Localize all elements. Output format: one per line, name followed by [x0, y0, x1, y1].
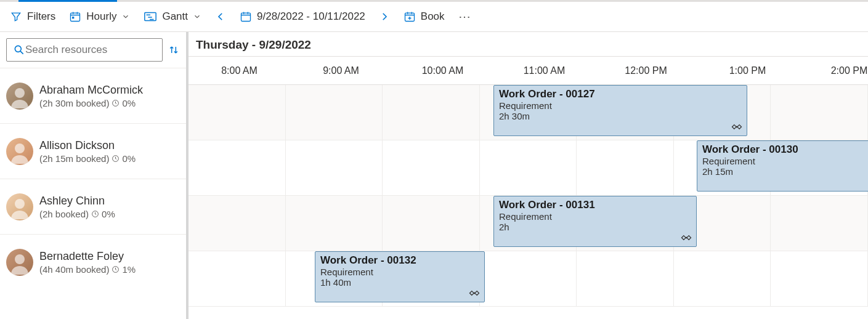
resource-row[interactable]: Ashley Chinn (2h booked) 0% — [0, 179, 186, 234]
toolbar: Filters Hourly Gantt 9/28/2022 - 10/11/2… — [0, 0, 868, 32]
svg-point-12 — [15, 254, 25, 264]
clock-icon — [91, 210, 99, 218]
avatar — [6, 83, 33, 110]
schedule-row[interactable]: Work Order - 00132 Requirement 1h 40m — [189, 251, 868, 307]
sort-icon — [168, 44, 180, 56]
calendar-icon — [240, 10, 252, 23]
resource-name: Ashley Chinn — [39, 195, 115, 208]
booking-sub: Requirement — [320, 267, 479, 277]
schedule-row[interactable]: Work Order - 00130 Requirement 2h 15m — [189, 140, 868, 196]
booking-title: Work Order - 00131 — [499, 199, 691, 211]
resource-name: Bernadette Foley — [39, 250, 136, 263]
svg-rect-1 — [72, 17, 74, 18]
chevron-left-icon — [215, 11, 226, 22]
svg-point-10 — [15, 199, 25, 209]
resource-name: Abraham McCormick — [39, 84, 143, 97]
search-icon — [13, 44, 25, 56]
resource-list: Abraham McCormick (2h 30m booked) 0% All… — [0, 68, 186, 289]
date-range-button[interactable]: 9/28/2022 - 10/11/2022 — [240, 10, 365, 23]
booking[interactable]: Work Order - 00127 Requirement 2h 30m — [493, 85, 747, 136]
booking-sub: Requirement — [499, 211, 691, 222]
book-button[interactable]: Book — [404, 10, 445, 23]
clock-icon — [112, 265, 120, 273]
avatar — [6, 138, 33, 165]
gantt-dropdown[interactable]: Gantt — [144, 10, 201, 23]
time-header: 8:00 AM9:00 AM10:00 AM11:00 AM12:00 PM1:… — [189, 57, 868, 85]
avatar — [6, 249, 33, 276]
chevron-right-icon — [379, 11, 390, 22]
schedule-row[interactable]: Work Order - 00131 Requirement 2h — [189, 196, 868, 251]
clock-icon — [112, 99, 120, 107]
search-box[interactable] — [6, 38, 163, 62]
filters-label: Filters — [27, 10, 55, 23]
booking-title: Work Order - 00132 — [320, 254, 479, 267]
sort-button[interactable] — [168, 42, 180, 57]
svg-rect-0 — [71, 13, 80, 21]
book-label: Book — [421, 10, 445, 23]
resource-sub: (2h 30m booked) 0% — [39, 98, 143, 108]
time-column: 2:00 PM — [798, 57, 868, 84]
filters-button[interactable]: Filters — [10, 10, 55, 23]
resource-sub: (2h 15m booked) 0% — [39, 153, 136, 164]
resource-name: Allison Dickson — [39, 139, 136, 152]
booking-duration: 1h 40m — [320, 277, 479, 288]
svg-point-6 — [15, 88, 25, 98]
booking-sub: Requirement — [702, 156, 868, 166]
booking-sub: Requirement — [499, 100, 742, 111]
time-column: 10:00 AM — [392, 57, 493, 84]
handshake-icon — [680, 232, 692, 244]
resource-row[interactable]: Allison Dickson (2h 15m booked) 0% — [0, 123, 186, 179]
resource-row[interactable]: Abraham McCormick (2h 30m booked) 0% — [0, 68, 186, 123]
resource-sub: (4h 40m booked) 1% — [39, 264, 136, 275]
booking-duration: 2h 30m — [499, 111, 742, 121]
chevron-down-icon — [193, 12, 201, 21]
handshake-icon — [468, 287, 481, 299]
avatar — [6, 193, 33, 220]
booking-title: Work Order - 00130 — [702, 143, 868, 156]
time-column: 1:00 PM — [697, 57, 798, 84]
more-menu[interactable]: ⋯ — [458, 9, 472, 24]
resource-sub: (2h booked) 0% — [39, 209, 115, 219]
gantt-label: Gantt — [162, 10, 188, 23]
clock-icon — [112, 155, 120, 163]
date-header: Thursday - 9/29/2022 — [189, 32, 868, 57]
hourly-label: Hourly — [86, 10, 116, 23]
booking-title: Work Order - 00127 — [499, 88, 742, 100]
booking[interactable]: Work Order - 00132 Requirement 1h 40m — [315, 251, 485, 302]
schedule: Thursday - 9/29/2022 8:00 AM9:00 AM10:00… — [189, 32, 868, 319]
date-range-label: 9/28/2022 - 10/11/2022 — [257, 10, 365, 23]
chevron-down-icon — [121, 12, 130, 21]
next-arrow[interactable] — [379, 11, 390, 22]
time-column: 9:00 AM — [290, 57, 392, 84]
handshake-icon — [731, 121, 743, 133]
time-column: 11:00 AM — [493, 57, 595, 84]
search-input[interactable] — [25, 44, 156, 56]
hourly-dropdown[interactable]: Hourly — [69, 10, 130, 23]
calendar-add-icon — [404, 10, 416, 23]
calendar-day-icon — [69, 10, 81, 23]
booking[interactable]: Work Order - 00130 Requirement 2h 15m — [697, 140, 868, 192]
svg-rect-3 — [241, 13, 251, 21]
svg-point-5 — [15, 46, 21, 52]
prev-arrow[interactable] — [215, 11, 226, 22]
time-column: 8:00 AM — [189, 57, 290, 84]
search-row — [0, 32, 186, 68]
booking-duration: 2h 15m — [702, 166, 868, 177]
main: Abraham McCormick (2h 30m booked) 0% All… — [0, 32, 868, 319]
time-column: 12:00 PM — [595, 57, 697, 84]
filter-icon — [10, 10, 22, 23]
booking-duration: 2h — [499, 222, 691, 232]
svg-point-8 — [15, 143, 25, 153]
gantt-icon — [144, 10, 157, 23]
schedule-row[interactable]: Work Order - 00127 Requirement 2h 30m — [189, 85, 868, 140]
sidebar: Abraham McCormick (2h 30m booked) 0% All… — [0, 32, 189, 319]
booking[interactable]: Work Order - 00131 Requirement 2h — [493, 196, 697, 247]
resource-row[interactable]: Bernadette Foley (4h 40m booked) 1% — [0, 234, 186, 289]
schedule-rows: Work Order - 00127 Requirement 2h 30m Wo… — [189, 85, 868, 307]
